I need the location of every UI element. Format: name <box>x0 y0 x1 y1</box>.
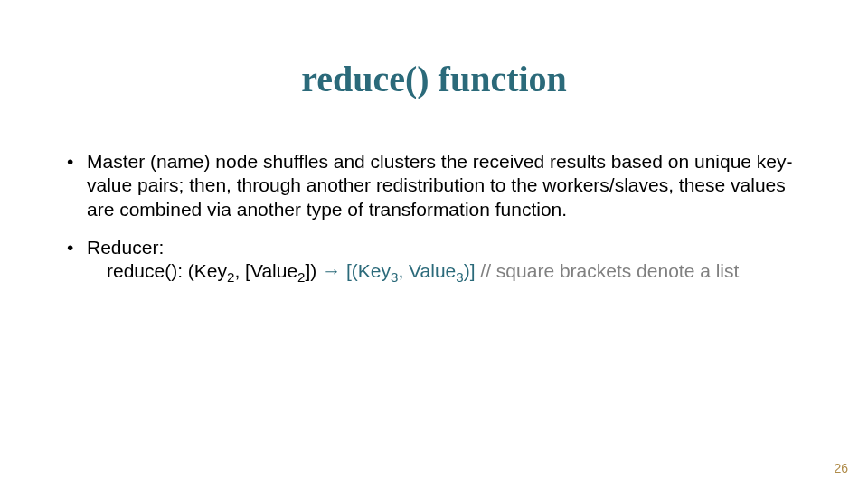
sig-comment-sep: // <box>476 260 496 281</box>
sig-prefix: reduce(): (Key <box>107 260 227 281</box>
sig-mid2: ]) <box>306 260 323 281</box>
sig-mid3: , Value <box>398 260 456 281</box>
slide: reduce() function Master (name) node shu… <box>0 0 868 488</box>
slide-body: Master (name) node shuffles and clusters… <box>67 150 814 301</box>
sig-comment: square brackets denote a list <box>496 260 740 281</box>
bullet-1: Master (name) node shuffles and clusters… <box>67 150 814 221</box>
bullet-2-label: Reducer: <box>87 237 164 258</box>
sig-post-arrow: [(Key <box>341 260 391 281</box>
sig-tail: )] <box>464 260 476 281</box>
page-number: 26 <box>834 461 848 475</box>
bullet-2: Reducer: reduce(): (Key2, [Value2]) → [(… <box>67 236 814 286</box>
sig-mid1: , [Value <box>234 260 297 281</box>
sig-sub-b: 2 <box>297 269 305 285</box>
slide-title: reduce() function <box>0 58 868 100</box>
sig-arrow: → <box>322 260 341 281</box>
sig-sub-d: 3 <box>456 269 463 285</box>
reducer-signature: reduce(): (Key2, [Value2]) → [(Key3, Val… <box>87 259 814 286</box>
